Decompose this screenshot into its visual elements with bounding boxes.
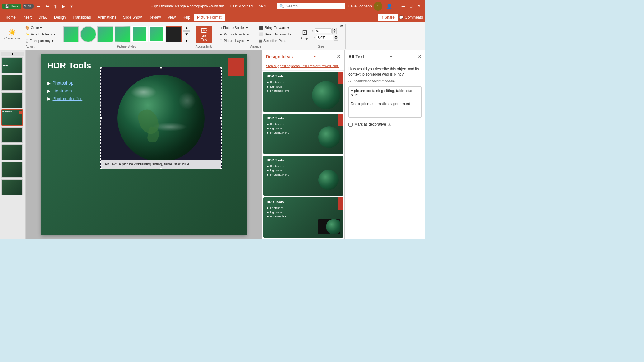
alt-text-textarea[interactable]: A picture containing sitting, table, sta…: [348, 86, 422, 118]
mark-decorative-checkbox[interactable]: [348, 123, 353, 127]
design-3-label: HDR Tools: [267, 158, 284, 162]
menu-design[interactable]: Design: [51, 14, 69, 21]
handle-tr[interactable]: [220, 67, 222, 69]
slide-thumb-8[interactable]: [1, 179, 23, 195]
picture-border-button[interactable]: □ Picture Border ▾: [218, 25, 251, 31]
menu-insert[interactable]: Insert: [19, 14, 35, 21]
menu-home[interactable]: Home: [2, 14, 19, 21]
style-thumb-5[interactable]: [131, 26, 148, 42]
menu-help[interactable]: Help: [179, 14, 193, 21]
menu-transitions[interactable]: Transitions: [69, 14, 94, 21]
autosave-toggle[interactable]: On Off: [23, 4, 34, 9]
avatar-initials: DJ: [376, 4, 380, 8]
slides-scroll-up[interactable]: ▲: [1, 52, 24, 56]
bring-forward-button[interactable]: ⬛ Bring Forward ▾: [257, 25, 294, 31]
avatar[interactable]: DJ: [374, 2, 382, 11]
menu-view[interactable]: View: [164, 14, 179, 21]
style-thumb-1[interactable]: [63, 26, 79, 42]
crop-button[interactable]: ⊡ Crop: [299, 27, 310, 41]
send-backward-button[interactable]: ⬜ Send Backward ▾: [257, 31, 294, 37]
more-button[interactable]: ▾: [69, 3, 74, 9]
info-icon[interactable]: ⓘ: [388, 122, 391, 127]
handle-tm[interactable]: [160, 67, 162, 69]
menu-picture-format[interactable]: Picture Format: [194, 14, 225, 21]
canvas-area: HDR Tools ▶ Photoshop ▶ Lightroom ▶ Phot…: [26, 50, 262, 239]
share-button[interactable]: ↑ Share: [378, 14, 398, 21]
design-ideas-close[interactable]: ✕: [337, 53, 341, 59]
width-increase[interactable]: ▲: [334, 35, 338, 38]
slide-thumb-1[interactable]: HDR: [1, 57, 23, 73]
menu-animations[interactable]: Animations: [95, 14, 119, 21]
slide-thumb-2[interactable]: [1, 75, 23, 91]
menu-review[interactable]: Review: [145, 14, 164, 21]
design-1-label: HDR Tools: [267, 74, 284, 78]
alt-text-button[interactable]: 🖼 Alt Text: [196, 26, 212, 43]
artistic-effects-button[interactable]: ✨ Artistic Effects ▾: [23, 31, 57, 37]
handle-tl[interactable]: [100, 67, 102, 69]
redo-button[interactable]: ↪: [45, 3, 51, 9]
menu-slideshow[interactable]: Slide Show: [120, 14, 145, 21]
slide-thumb-6[interactable]: [1, 144, 23, 160]
width-input[interactable]: [316, 35, 333, 40]
gallery-expand[interactable]: ▾: [183, 38, 190, 44]
design-idea-1[interactable]: HDR Tools ► Photoshop► Lightroom► Photom…: [263, 72, 343, 112]
alt-text-close[interactable]: ✕: [418, 53, 422, 59]
design-idea-4[interactable]: HDR Tools ► Photoshop► Lightroom► Photom…: [263, 197, 343, 238]
search-input[interactable]: [286, 4, 343, 8]
alt-text-dropdown[interactable]: ▾: [390, 54, 392, 59]
bullet-link-3[interactable]: Photomatix Pro: [53, 95, 83, 103]
slide-thumb-3[interactable]: [1, 92, 23, 108]
search-bar[interactable]: 🔍: [277, 3, 345, 9]
bullet-link-2[interactable]: Lightroom: [53, 87, 72, 95]
bullet-1: ▶ Photoshop: [47, 79, 83, 87]
menu-draw[interactable]: Draw: [36, 14, 50, 21]
accessibility-label: Accessibility: [196, 45, 212, 49]
size-dialog-launcher[interactable]: ⧉: [340, 24, 343, 29]
height-increase[interactable]: ▲: [332, 28, 337, 31]
bullet-link-1[interactable]: Photoshop: [53, 79, 73, 87]
slide-thumb-7[interactable]: [1, 162, 23, 178]
slide-red-block: [19, 111, 22, 114]
style-thumb-7[interactable]: [166, 26, 182, 42]
width-decrease[interactable]: ▼: [334, 38, 338, 41]
design-ideas-dropdown[interactable]: ▾: [314, 54, 316, 59]
design-idea-3[interactable]: HDR Tools ► Photoshop► Lightroom► Photom…: [263, 156, 343, 196]
style-thumb-2[interactable]: [80, 26, 96, 42]
gallery-scroll-down[interactable]: ▼: [183, 31, 190, 37]
present-button[interactable]: ▶: [61, 3, 67, 9]
color-button[interactable]: 🎨 Color ▾: [23, 25, 57, 31]
style-thumb-6[interactable]: [149, 26, 165, 42]
slide-thumb-inner-6: [2, 145, 22, 160]
earth-image[interactable]: ↺ Alt Text: A picture containing sitting: [100, 67, 222, 169]
design-2-earth: [318, 126, 340, 148]
slide-thumb-inner-2: [2, 75, 22, 90]
style-thumb-4[interactable]: [115, 26, 130, 42]
corrections-button[interactable]: ☀️ Corrections: [2, 27, 22, 41]
handle-mr[interactable]: [220, 117, 222, 119]
gallery-scroll-up[interactable]: ▲: [183, 25, 190, 31]
slides-panel[interactable]: ▲ HDR HDR Tools: [0, 50, 26, 239]
height-decrease[interactable]: ▼: [332, 31, 337, 34]
maximize-button[interactable]: □: [408, 3, 414, 9]
backward-dropdown: ▾: [290, 32, 292, 36]
slide-thumb-4[interactable]: HDR Tools: [1, 109, 23, 126]
comments-button[interactable]: 💬 Comments: [399, 15, 423, 20]
picture-effects-button[interactable]: ✦ Picture Effects ▾: [218, 31, 251, 37]
rotate-handle[interactable]: ↺: [159, 67, 163, 67]
save-button[interactable]: 💾 Save: [2, 4, 21, 9]
minimize-button[interactable]: ─: [400, 3, 407, 9]
picture-layout-button[interactable]: ⊞ Picture Layout ▾: [218, 38, 251, 44]
selection-pane-button[interactable]: ▦ Selection Pane: [257, 38, 294, 44]
transparency-button[interactable]: ◱ Transparency ▾: [23, 38, 57, 44]
profile-button[interactable]: 👤: [385, 3, 394, 10]
slide-bullets: ▶ Photoshop ▶ Lightroom ▶ Photomatix Pro: [47, 79, 83, 103]
format-button[interactable]: ¶: [53, 3, 58, 9]
style-thumb-3[interactable]: [97, 26, 113, 42]
close-button[interactable]: ✕: [415, 3, 423, 9]
handle-ml[interactable]: [100, 117, 102, 119]
design-idea-2[interactable]: HDR Tools ► Photoshop► Lightroom► Photom…: [263, 114, 343, 154]
slide-thumb-5[interactable]: [1, 127, 23, 143]
height-input[interactable]: [315, 28, 332, 33]
undo-button[interactable]: ↩: [36, 3, 42, 9]
stop-suggesting-link[interactable]: Stop suggesting ideas until I restart Po…: [262, 63, 344, 71]
